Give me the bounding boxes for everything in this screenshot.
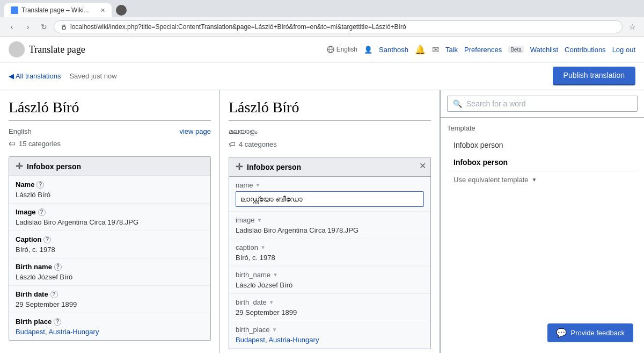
sidebar-panel: 🔍 Template Infobox person Infobox person…: [440, 90, 644, 353]
source-infobox: ✛ Infobox person Name ? László Bíró Imag…: [9, 156, 211, 341]
wiki-logo-icon: [9, 41, 25, 57]
source-categories-bar: 🏷 15 categories: [9, 140, 211, 148]
info-icon-caption[interactable]: ?: [43, 236, 51, 243]
target-field-birth-place-row: birth_place ▼ Budapest, Austria-Hungary: [229, 321, 430, 349]
wiki-lang-text: English: [336, 46, 357, 53]
info-icon-birth-place[interactable]: ?: [54, 318, 61, 326]
new-tab-btn[interactable]: [116, 5, 127, 16]
view-page-link[interactable]: view page: [179, 127, 211, 135]
address-bar[interactable]: localhost/wiki/index.php?title=Special:C…: [54, 20, 623, 33]
bell-icon[interactable]: 🔔: [415, 45, 426, 55]
forward-nav-btn[interactable]: ›: [21, 20, 34, 33]
watchlist-link[interactable]: Watchlist: [530, 46, 558, 54]
main-toolbar: ◀ All translations Saved just now Publis…: [0, 62, 644, 90]
chevron-down-icon: ▼: [531, 177, 537, 183]
source-field-caption-value: Bíró, c. 1978: [16, 246, 204, 254]
target-lang-label: മലയാളം: [229, 127, 431, 136]
source-field-image: Image ? Ladislao Biro Argentina Circa 19…: [9, 204, 210, 231]
browser-chrome: Translate page – Wiki... ✕ ‹ › ↻ localho…: [0, 0, 644, 37]
source-field-birth-date-label: Birth date ?: [16, 290, 204, 298]
budapest-link[interactable]: Budapest: [16, 328, 45, 336]
template-item-1[interactable]: Infobox person: [447, 136, 638, 154]
target-infobox-title: Infobox person: [247, 163, 301, 171]
target-title: László Bíró: [229, 99, 431, 121]
target-infobox-drag-icon: ✛: [236, 162, 243, 172]
wiki-app-title: Translate page: [29, 44, 85, 55]
target-field-birth-name-value: László József Bíró: [236, 281, 424, 289]
language-icon: [326, 45, 335, 54]
target-field-birth-name-row: birth_name ▼ László József Bíró: [229, 266, 430, 294]
tab-bar: Translate page – Wiki... ✕: [0, 0, 644, 17]
search-bar-container: 🔍: [441, 90, 644, 118]
name-expand-icon: ▼: [255, 182, 261, 188]
template-section-label: Template: [447, 124, 638, 132]
target-field-caption-label: caption ▼: [236, 243, 424, 251]
birth-date-expand-icon: ▼: [269, 299, 274, 305]
tab-favicon: [11, 6, 18, 14]
url-text: localhost/wiki/index.php?title=Special:C…: [70, 23, 406, 31]
info-icon-image[interactable]: ?: [38, 208, 46, 216]
feedback-icon: 💬: [556, 328, 567, 338]
search-input[interactable]: [466, 99, 632, 108]
beta-badge: Beta: [508, 46, 524, 53]
caption-expand-icon: ▼: [260, 244, 266, 250]
info-icon-name[interactable]: ?: [36, 181, 44, 189]
close-infobox-button[interactable]: ✕: [419, 162, 426, 170]
target-field-caption-value: Bíró, c. 1978: [236, 254, 424, 262]
source-infobox-title: Infobox person: [27, 162, 81, 171]
target-field-caption-row: caption ▼ Bíró, c. 1978: [229, 239, 430, 266]
template-item-2[interactable]: Infobox person: [447, 154, 638, 171]
birth-place-expand-icon: ▼: [272, 327, 277, 333]
all-translations-link[interactable]: ◀ All translations: [9, 72, 61, 80]
source-field-birth-name: Birth name ? László József Bíró: [9, 258, 210, 286]
tab-close-btn[interactable]: ✕: [100, 7, 105, 14]
source-field-birth-place-label: Birth place ?: [16, 318, 204, 326]
target-field-birth-date-value: 29 September 1899: [236, 308, 424, 316]
source-lang-bar: English view page: [9, 127, 211, 135]
contributions-link[interactable]: Contributions: [565, 46, 606, 54]
source-field-name-value: László Bíró: [16, 191, 204, 199]
info-icon-birth-name[interactable]: ?: [54, 263, 62, 271]
tab-title: Translate page – Wiki...: [21, 6, 89, 14]
wiki-lang-indicator: English: [326, 45, 357, 54]
message-icon[interactable]: ✉: [432, 45, 439, 55]
source-field-image-value: Ladislao Biro Argentina Circa 1978.JPG: [16, 218, 204, 226]
target-austria-hungary-link[interactable]: Austria-Hungary: [268, 336, 319, 344]
source-field-caption: Caption ? Bíró, c. 1978: [9, 231, 210, 258]
preferences-link[interactable]: Preferences: [464, 46, 502, 54]
active-tab[interactable]: Translate page – Wiki... ✕: [4, 3, 112, 17]
source-field-name-label: Name ?: [16, 181, 204, 189]
target-field-birth-date-label: birth_date ▼: [236, 298, 424, 306]
target-field-image-row: image ▼ Ladislao Biro Argentina Circa 19…: [229, 212, 430, 239]
source-lang-label: English: [9, 127, 32, 135]
translation-area: László Bíró English view page 🏷 15 categ…: [0, 90, 644, 353]
refresh-nav-btn[interactable]: ↻: [38, 20, 50, 33]
logout-link[interactable]: Log out: [612, 46, 635, 54]
source-field-birth-place: Birth place ? Budapest, Austria-Hungary: [9, 313, 210, 340]
target-categories-icon: 🏷: [229, 140, 236, 148]
search-bar[interactable]: 🔍: [447, 96, 638, 112]
wiki-user-link[interactable]: Santhosh: [379, 46, 408, 54]
publish-translation-button[interactable]: Publish translation: [553, 67, 635, 85]
target-categories-bar: 🏷 4 categories: [229, 140, 431, 148]
provide-feedback-button[interactable]: 💬 Provide feedback: [547, 323, 633, 342]
source-field-birth-date: Birth date ? 29 September 1899: [9, 286, 210, 313]
target-budapest-link[interactable]: Budapest: [236, 336, 265, 344]
birth-name-expand-icon: ▼: [273, 272, 278, 278]
bookmark-btn[interactable]: ☆: [626, 20, 639, 33]
wiki-header-right: English 👤 Santhosh 🔔 ✉ Talk Preferences …: [326, 45, 635, 55]
source-categories-count: 15 categories: [19, 140, 61, 148]
info-icon-birth-date[interactable]: ?: [50, 291, 58, 298]
image-expand-icon: ▼: [257, 217, 262, 223]
lock-icon: [61, 24, 67, 30]
target-field-image-value: Ladislao Biro Argentina Circa 1978.JPG: [236, 226, 424, 234]
austria-hungary-link[interactable]: Austria-Hungary: [48, 328, 99, 336]
name-field-input[interactable]: [236, 191, 424, 207]
feedback-label: Provide feedback: [571, 329, 625, 337]
talk-link[interactable]: Talk: [445, 46, 458, 54]
use-equivalent-template-btn[interactable]: Use equivalent template ▼: [447, 171, 638, 188]
wiki-logo: Translate page: [9, 41, 85, 57]
target-field-name-row: name ▼: [229, 177, 430, 212]
target-field-birth-date-row: birth_date ▼ 29 September 1899: [229, 294, 430, 321]
back-nav-btn[interactable]: ‹: [5, 20, 18, 33]
